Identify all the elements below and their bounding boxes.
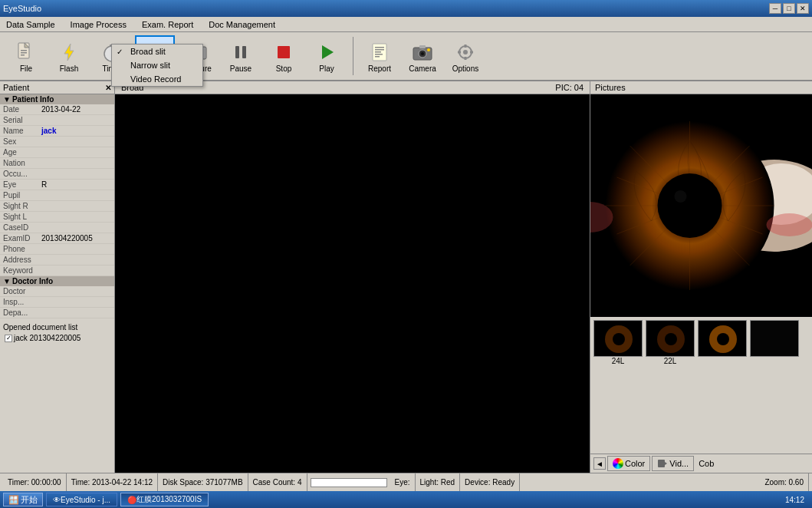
play-button[interactable]: Play bbox=[307, 35, 347, 77]
examid-label: ExamID bbox=[3, 234, 41, 242]
maximize-button[interactable]: □ bbox=[783, 3, 795, 14]
patient-info-label: Patient Info bbox=[12, 95, 54, 104]
eye-value: R bbox=[41, 180, 111, 189]
svg-rect-26 bbox=[375, 54, 383, 55]
eye-label: Eye bbox=[3, 180, 41, 189]
depa-value bbox=[41, 308, 111, 317]
thumb-container-2: 22L bbox=[646, 320, 695, 365]
start-label: 开始 bbox=[21, 494, 38, 506]
pause-button[interactable]: Pause bbox=[221, 35, 261, 77]
taskbar-time: 14:12 bbox=[781, 496, 809, 504]
main-eye-image[interactable] bbox=[590, 94, 812, 317]
serial-label: Serial bbox=[3, 116, 41, 124]
broad-slit-label: Broad slit bbox=[130, 47, 166, 56]
field-eye: Eye R bbox=[0, 180, 114, 190]
file-button[interactable]: File bbox=[6, 35, 46, 77]
doctor-info-section: ▼ Doctor Info bbox=[0, 276, 114, 286]
menu-exam-report[interactable]: Exam. Report bbox=[139, 18, 196, 31]
svg-marker-5 bbox=[64, 44, 74, 61]
report-icon bbox=[367, 40, 392, 64]
broad-slit-item[interactable]: Broad slit bbox=[112, 45, 202, 58]
menu-data-sample[interactable]: Data Sample bbox=[3, 18, 58, 31]
svg-point-49 bbox=[658, 173, 722, 238]
video-record-label: Video Record bbox=[130, 74, 181, 84]
pictures-title: Pictures bbox=[595, 83, 626, 92]
doc-checkbox[interactable]: ✓ bbox=[5, 335, 12, 342]
options-icon bbox=[453, 40, 478, 64]
patient-panel-close[interactable]: ✕ bbox=[105, 84, 111, 92]
section-arrow: ▼ bbox=[3, 95, 11, 104]
patient-title: Patient bbox=[3, 83, 29, 92]
doctor-value bbox=[41, 287, 111, 295]
color-label: Color bbox=[625, 459, 645, 468]
examid-value: 201304220005 bbox=[41, 234, 111, 242]
taskbar: 🪟 开始 👁 EyeStudio - j... 🔴 红膜2013032700IS… bbox=[0, 491, 812, 508]
field-examid: ExamID 201304220005 bbox=[0, 233, 114, 244]
menu-doc-management[interactable]: Doc Management bbox=[205, 18, 278, 31]
svg-rect-23 bbox=[375, 47, 384, 48]
stop-icon bbox=[271, 40, 296, 64]
minimize-button[interactable]: ─ bbox=[769, 3, 781, 14]
taskbar-eyestudio-label: EyeStudio - j... bbox=[61, 496, 110, 504]
occu-value bbox=[41, 170, 111, 178]
thumbnail-1[interactable] bbox=[593, 320, 643, 357]
field-sight-l: Sight L bbox=[0, 212, 114, 223]
prev-arrow-button[interactable]: ◄ bbox=[593, 457, 606, 470]
start-button[interactable]: 🪟 开始 bbox=[3, 493, 43, 506]
sex-value bbox=[41, 137, 111, 146]
svg-point-58 bbox=[665, 333, 677, 345]
thumbnail-3[interactable] bbox=[698, 320, 747, 357]
report-button[interactable]: Report bbox=[360, 35, 399, 77]
flash-button[interactable]: Flash bbox=[49, 35, 89, 77]
svg-rect-25 bbox=[375, 51, 381, 53]
phone-value bbox=[41, 245, 111, 253]
svg-rect-2 bbox=[21, 50, 27, 51]
flash-icon bbox=[57, 40, 81, 64]
status-progress-bar bbox=[311, 478, 387, 487]
phone-label: Phone bbox=[3, 245, 41, 253]
color-button[interactable]: Color bbox=[607, 456, 650, 471]
patient-info-section: ▼ Patient Info bbox=[0, 94, 114, 104]
options-button[interactable]: Options bbox=[445, 35, 485, 77]
svg-point-61 bbox=[717, 333, 729, 345]
camera-button[interactable]: Camera bbox=[403, 35, 442, 77]
taskbar-hongmo[interactable]: 🔴 红膜2013032700IS bbox=[120, 493, 209, 506]
doc-item[interactable]: ✓ jack 201304220005 bbox=[3, 333, 111, 343]
narrow-slit-item[interactable]: Narrow slit bbox=[112, 58, 202, 72]
video-record-item[interactable]: Video Record bbox=[112, 72, 202, 86]
status-disk: Disk Space: 371077MB bbox=[158, 473, 248, 491]
keyword-label: Keyword bbox=[3, 266, 41, 275]
thumbnail-4[interactable] bbox=[750, 320, 799, 357]
status-eye: Eye: bbox=[390, 473, 416, 491]
pause-label: Pause bbox=[230, 64, 251, 73]
color-circle-icon bbox=[613, 458, 623, 469]
date-label: Date bbox=[3, 105, 41, 114]
date-value: 2013-04-22 bbox=[41, 105, 111, 114]
thumbnail-2[interactable] bbox=[646, 320, 695, 357]
field-phone: Phone bbox=[0, 244, 114, 255]
field-date: Date 2013-04-22 bbox=[0, 104, 114, 115]
field-name: Name jack bbox=[0, 126, 114, 137]
vid-button[interactable]: Vid... bbox=[652, 456, 694, 471]
thumb-label-2: 22L bbox=[664, 357, 677, 365]
field-age: Age bbox=[0, 147, 114, 158]
menu-image-process[interactable]: Image Process bbox=[67, 18, 130, 31]
svg-point-55 bbox=[613, 333, 625, 345]
svg-rect-62 bbox=[751, 321, 799, 357]
cob-label: Cob bbox=[699, 459, 714, 468]
taskbar-eyestudio[interactable]: 👁 EyeStudio - j... bbox=[46, 493, 117, 506]
sight-l-value bbox=[41, 213, 111, 221]
play-label: Play bbox=[319, 64, 334, 73]
title-text: EyeStudio bbox=[3, 4, 41, 13]
field-keyword: Keyword bbox=[0, 266, 114, 276]
field-sight-r: Sight R bbox=[0, 201, 114, 212]
field-sex: Sex bbox=[0, 137, 114, 147]
insp-label: Insp... bbox=[3, 298, 41, 306]
svg-point-50 bbox=[675, 190, 687, 203]
status-bar: Timer: 00:00:00 Time: 2013-04-22 14:12 D… bbox=[0, 473, 812, 491]
right-panel-nav: ◄ Color Vid... Cob bbox=[590, 454, 812, 473]
stop-button[interactable]: Stop bbox=[264, 35, 304, 77]
pic-label: PIC: 04 bbox=[555, 83, 584, 92]
close-button[interactable]: ✕ bbox=[797, 3, 809, 14]
svg-rect-35 bbox=[465, 45, 467, 48]
